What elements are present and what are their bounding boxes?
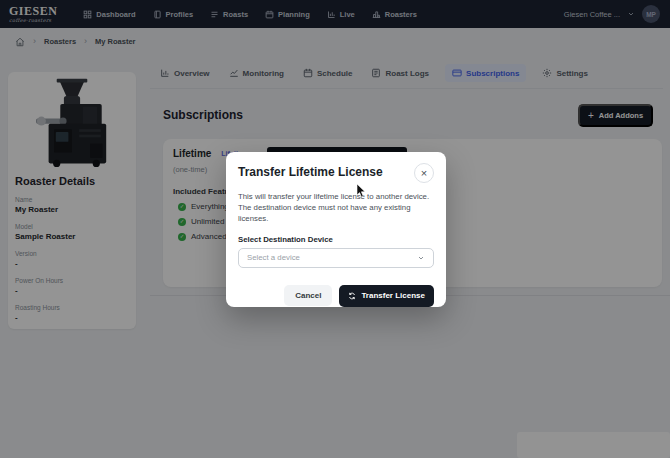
destination-device-select[interactable]: Select a device — [238, 248, 434, 268]
cancel-button[interactable]: Cancel — [284, 285, 332, 306]
transfer-license-modal: Transfer Lifetime License × This will tr… — [226, 152, 446, 307]
transfer-refresh-icon — [348, 292, 356, 300]
select-destination-label: Select Destination Device — [238, 235, 434, 244]
transfer-license-label: Transfer License — [361, 291, 425, 300]
modal-title: Transfer Lifetime License — [238, 165, 383, 179]
chevron-down-icon — [417, 254, 425, 262]
close-icon[interactable]: × — [414, 163, 434, 183]
transfer-license-button[interactable]: Transfer License — [339, 285, 434, 307]
modal-description: This will transfer your lifetime license… — [238, 192, 433, 225]
app-screen: GIESEN coffee-roasters Dashboard Profile… — [0, 0, 670, 458]
select-placeholder: Select a device — [247, 253, 300, 262]
